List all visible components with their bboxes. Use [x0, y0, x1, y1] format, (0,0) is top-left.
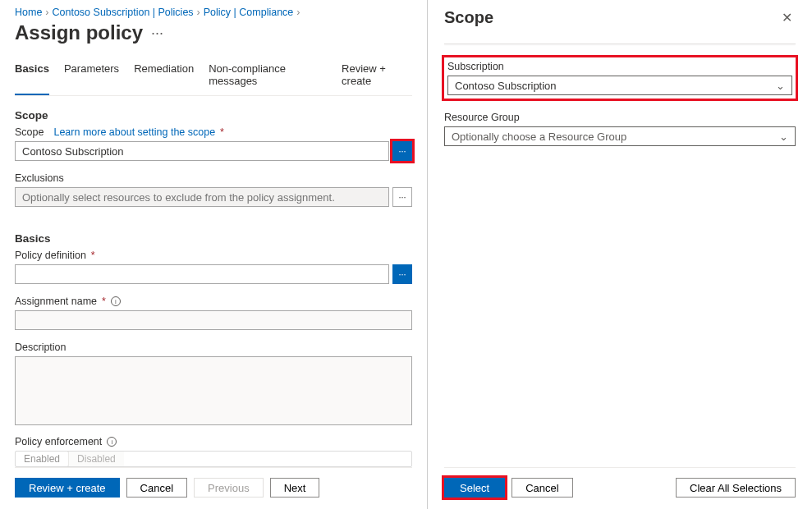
tab-review-create[interactable]: Review + create — [342, 62, 412, 95]
description-textarea[interactable] — [15, 356, 412, 425]
scope-label: Scope Learn more about setting the scope… — [15, 126, 412, 138]
more-actions-icon[interactable]: ··· — [151, 25, 163, 40]
breadcrumb-policy-compliance[interactable]: Policy | Compliance — [204, 7, 294, 18]
basics-section-header: Basics — [15, 232, 412, 245]
exclusions-label: Exclusions — [15, 172, 412, 184]
panel-footer: Select Cancel Clear All Selections — [444, 467, 796, 509]
exclusions-picker-button[interactable]: ··· — [392, 187, 412, 207]
subscription-value: Contoso Subscription — [455, 80, 557, 92]
footer: Review + create Cancel Previous Next — [15, 467, 412, 509]
chevron-down-icon: ⌄ — [779, 131, 788, 143]
tab-remediation[interactable]: Remediation — [134, 62, 194, 95]
previous-button[interactable]: Previous — [194, 478, 264, 498]
scope-panel: Scope ✕ Subscription Contoso Subscriptio… — [427, 0, 812, 509]
resource-group-label: Resource Group — [444, 112, 796, 123]
main-content: Home › Contoso Subscription | Policies ›… — [0, 0, 427, 509]
tabs: Basics Parameters Remediation Non-compli… — [15, 62, 412, 96]
chevron-right-icon: › — [197, 7, 200, 18]
chevron-right-icon: › — [296, 7, 300, 18]
subscription-dropdown[interactable]: Contoso Subscription ⌄ — [447, 76, 792, 95]
chevron-down-icon: ⌄ — [776, 80, 785, 92]
subscription-label: Subscription — [447, 61, 792, 72]
panel-cancel-button[interactable]: Cancel — [512, 478, 572, 498]
cancel-button[interactable]: Cancel — [126, 478, 187, 498]
tab-non-compliance[interactable]: Non-compliance messages — [209, 62, 327, 95]
policy-definition-input[interactable] — [15, 264, 389, 284]
policy-enforcement-label: Policy enforcement i — [15, 436, 412, 447]
select-button[interactable]: Select — [444, 478, 505, 498]
assignment-name-label: Assignment name * i — [15, 296, 412, 307]
breadcrumb: Home › Contoso Subscription | Policies ›… — [15, 7, 412, 18]
scope-input[interactable] — [15, 141, 389, 161]
assignment-name-input[interactable] — [15, 310, 412, 330]
resource-group-dropdown[interactable]: Optionally choose a Resource Group ⌄ — [444, 126, 796, 146]
description-label: Description — [15, 342, 412, 353]
clear-selections-button[interactable]: Clear All Selections — [676, 478, 796, 498]
panel-title: Scope — [444, 8, 493, 27]
policy-definition-picker-button[interactable]: ··· — [392, 264, 412, 284]
scope-section-header: Scope — [15, 109, 412, 122]
info-icon[interactable]: i — [111, 296, 121, 306]
resource-group-placeholder: Optionally choose a Resource Group — [452, 131, 626, 143]
policy-enforcement-toggle[interactable]: Enabled Disabled — [15, 451, 412, 467]
enforcement-disabled-option[interactable]: Disabled — [68, 452, 124, 466]
exclusions-input[interactable] — [15, 187, 389, 207]
breadcrumb-subscription-policies[interactable]: Contoso Subscription | Policies — [53, 7, 194, 18]
required-indicator: * — [91, 250, 95, 261]
review-create-button[interactable]: Review + create — [15, 478, 120, 498]
required-indicator: * — [220, 126, 224, 138]
panel-divider — [444, 44, 796, 44]
learn-more-scope-link[interactable]: Learn more about setting the scope — [53, 126, 215, 138]
required-indicator: * — [102, 296, 106, 307]
scope-picker-button[interactable]: ··· — [392, 141, 412, 161]
chevron-right-icon: › — [45, 7, 48, 18]
close-icon[interactable]: ✕ — [778, 7, 796, 29]
tab-basics[interactable]: Basics — [15, 62, 49, 95]
page-title: Assign policy — [15, 21, 143, 44]
enforcement-enabled-option[interactable]: Enabled — [15, 451, 69, 467]
tab-parameters[interactable]: Parameters — [64, 62, 119, 95]
info-icon[interactable]: i — [107, 437, 117, 447]
breadcrumb-home[interactable]: Home — [15, 7, 42, 18]
policy-definition-label: Policy definition * — [15, 250, 412, 261]
next-button[interactable]: Next — [270, 478, 320, 498]
